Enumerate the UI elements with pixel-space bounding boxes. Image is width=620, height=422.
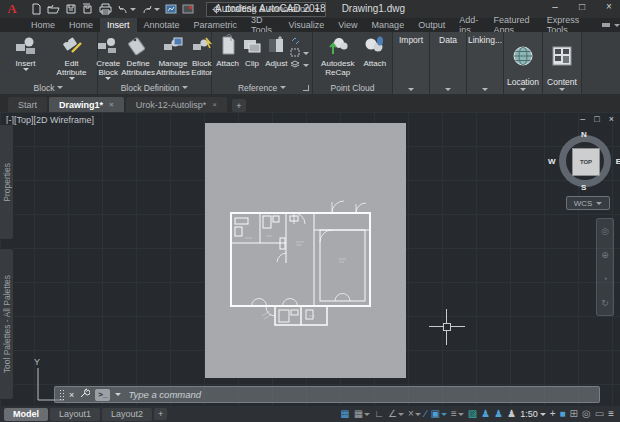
tool-palettes-tab[interactable]: Tool Palettes - All Palettes — [0, 248, 14, 400]
tab-insert[interactable]: Insert — [100, 18, 137, 32]
properties-palette-tab[interactable]: Properties — [0, 124, 14, 240]
panel-data-collapsed[interactable]: Data — [430, 32, 467, 94]
drawing-canvas[interactable]: [-][Top][2D Wireframe] – □ × — [0, 112, 620, 406]
block-editor-button[interactable]: Block Editor — [191, 34, 213, 77]
tab-3d-tools[interactable]: 3D Tools — [244, 18, 281, 32]
tab-parametric[interactable]: Parametric — [187, 18, 245, 32]
annotation-scale-icon[interactable]: ♟ — [507, 409, 516, 419]
viewcube-north[interactable]: N — [581, 130, 587, 139]
tab-output[interactable]: Output — [411, 18, 452, 32]
tab-add-ins[interactable]: Add-ins — [452, 18, 486, 32]
tab-express-tools[interactable]: Express Tools — [540, 18, 591, 32]
tab-home-1[interactable]: Home — [24, 18, 62, 32]
close-icon[interactable]: × — [109, 100, 114, 109]
autoscale-icon[interactable]: ♟ — [494, 409, 503, 419]
new-file-icon[interactable] — [30, 3, 42, 15]
adjust-button[interactable]: Adjust — [264, 34, 289, 68]
orbit-icon[interactable]: ↻ — [601, 298, 609, 308]
ortho-icon[interactable]: ∟ — [374, 409, 384, 419]
viewcube-west[interactable]: W — [548, 157, 556, 166]
recent-commands-icon[interactable] — [115, 393, 121, 396]
panel-content-collapsed[interactable]: Content — [543, 32, 582, 94]
viewcube[interactable]: N S W E TOP — [556, 132, 614, 190]
command-close-icon[interactable]: × — [69, 390, 74, 400]
autocad-logo-icon[interactable]: A — [2, 1, 22, 17]
panel-location-collapsed[interactable]: Location — [504, 32, 543, 94]
customize-wrench-icon[interactable] — [79, 388, 90, 401]
clip-button[interactable]: Clip — [241, 34, 263, 68]
osnap-tracking-icon[interactable]: ∕ — [425, 409, 427, 419]
viewcube-south[interactable]: S — [581, 183, 586, 192]
tab-annotate[interactable]: Annotate — [137, 18, 187, 32]
annotation-visibility-icon[interactable]: ♟ — [481, 409, 490, 419]
manage-attributes-button[interactable]: Manage Attributes — [156, 34, 190, 77]
command-prompt-badge[interactable]: >_ — [95, 389, 110, 401]
close-button[interactable]: × — [602, 1, 616, 12]
undo-button[interactable] — [117, 4, 136, 15]
open-from-web-icon[interactable] — [165, 3, 177, 15]
navigation-bar[interactable]: ◎ ⊕ ◔ ↻ — [596, 218, 614, 316]
panel-import-collapsed[interactable]: Import — [393, 32, 430, 94]
ribbon-collapse-button[interactable] — [601, 18, 620, 32]
annotation-scale-value[interactable]: 1:50 — [520, 409, 546, 419]
create-block-button[interactable]: Create Block — [96, 34, 120, 80]
attach-button[interactable]: Attach — [215, 34, 240, 68]
isolate-objects-icon[interactable]: ◎ — [582, 409, 591, 419]
define-attributes-button[interactable]: Define Attributes — [121, 34, 155, 77]
panel-linking-collapsed[interactable]: Linking... — [467, 32, 504, 94]
tab-featured-apps[interactable]: Featured Apps — [487, 18, 540, 32]
insert-block-button[interactable]: Insert — [3, 34, 48, 71]
autodesk-recap-button[interactable]: Autodesk ReCap — [316, 34, 360, 77]
file-tab-drawing1[interactable]: Drawing1*× — [49, 97, 124, 112]
viewport-close-button[interactable]: × — [609, 114, 614, 124]
zoom-icon[interactable]: ◔ — [602, 274, 607, 284]
command-line[interactable]: × >_ — [54, 386, 600, 403]
panel-title-reference[interactable]: Reference — [212, 81, 312, 94]
file-tab-start[interactable]: Start — [8, 97, 47, 112]
maximize-button[interactable]: □ — [575, 1, 589, 12]
polar-tracking-icon[interactable]: ∠ — [388, 409, 404, 419]
transparency-icon[interactable]: ▨ — [468, 409, 477, 419]
grid-icon[interactable]: ▦ — [340, 409, 349, 419]
viewcube-top-face[interactable]: TOP — [572, 148, 600, 176]
layout2-tab[interactable]: Layout2 — [102, 408, 152, 421]
workspace-switching-icon[interactable]: ■ — [560, 409, 566, 419]
save-icon[interactable] — [65, 3, 77, 15]
tab-visualize[interactable]: Visualize — [281, 18, 331, 32]
panel-title-block[interactable]: Block — [0, 81, 97, 94]
lineweight-icon[interactable]: ≡ — [451, 409, 464, 419]
tab-manage[interactable]: Manage — [365, 18, 412, 32]
viewport-controls[interactable]: [-][Top][2D Wireframe] — [6, 115, 94, 125]
quick-properties-icon[interactable]: ⊞ — [570, 409, 578, 419]
viewport-restore-button[interactable]: □ — [594, 114, 599, 124]
viewport-minimize-button[interactable]: – — [580, 114, 585, 124]
customization-icon[interactable]: ≡ — [608, 409, 614, 419]
save-as-icon[interactable] — [82, 3, 94, 15]
open-file-icon[interactable] — [47, 3, 60, 15]
new-layout-button[interactable]: + — [154, 408, 167, 420]
dialog-launcher-icon[interactable] — [303, 85, 309, 91]
command-input[interactable] — [126, 388, 595, 401]
navigation-wheel-icon[interactable]: ◎ — [601, 226, 609, 236]
tab-home-2[interactable]: Home — [62, 18, 100, 32]
layout1-tab[interactable]: Layout1 — [50, 408, 100, 421]
tab-view[interactable]: View — [331, 18, 364, 32]
plot-icon[interactable] — [99, 3, 112, 15]
edit-attribute-button[interactable]: Edit Attribute — [49, 34, 94, 80]
underlay-layers-icon[interactable] — [290, 60, 309, 70]
panel-title-block-definition[interactable]: Block Definition — [98, 81, 211, 94]
object-snap-icon[interactable]: ▣ — [431, 409, 447, 419]
add-annotation-scales-icon[interactable]: + — [550, 409, 556, 419]
ucs-selector[interactable]: WCS — [566, 196, 610, 210]
isometric-drafting-icon[interactable]: × — [408, 409, 421, 419]
snap-mode-icon[interactable]: ▦ — [354, 409, 370, 419]
new-tab-button[interactable]: + — [232, 99, 246, 112]
redo-button[interactable] — [141, 4, 160, 15]
file-tab-urok[interactable]: Urok-12-Autolisp*× — [126, 97, 227, 112]
viewcube-east[interactable]: E — [616, 157, 620, 166]
model-tab[interactable]: Model — [4, 408, 48, 421]
close-icon[interactable]: × — [212, 100, 217, 109]
snap-to-underlays-icon[interactable] — [290, 36, 309, 46]
command-grip-handle[interactable] — [59, 389, 64, 400]
pan-icon[interactable]: ⊕ — [601, 250, 609, 260]
